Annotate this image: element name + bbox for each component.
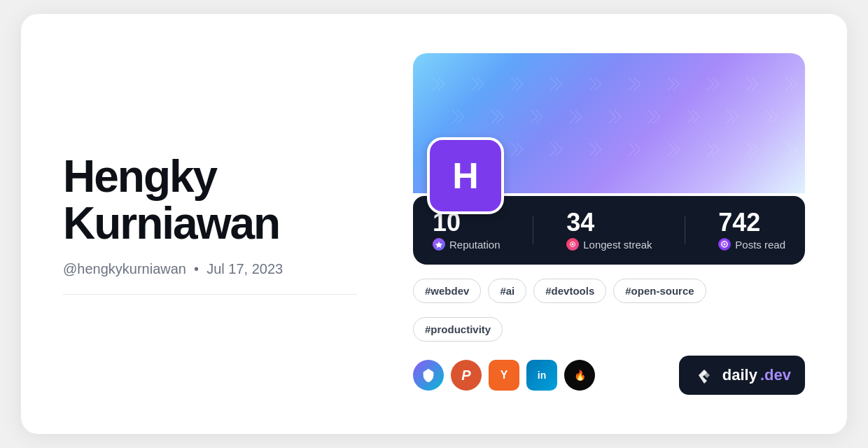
profile-card: Hengky Kurniawan @hengkykurniawan • Jul … xyxy=(21,14,847,434)
left-section: Hengky Kurniawan @hengkykurniawan • Jul … xyxy=(63,153,357,295)
reputation-label: Reputation xyxy=(433,238,500,251)
tags-row-2: #productivity xyxy=(413,317,805,342)
reputation-icon xyxy=(433,238,445,251)
stat-streak: 34 Longest streak xyxy=(566,210,652,251)
stat-divider-2 xyxy=(685,216,685,244)
stat-reputation: 10 Reputation xyxy=(433,210,500,251)
join-date: Jul 17, 2023 xyxy=(206,261,283,276)
streak-value: 34 xyxy=(566,210,652,235)
stat-posts: 742 Posts read xyxy=(718,210,785,251)
svg-point-4 xyxy=(724,244,726,246)
social-daily-icon[interactable] xyxy=(413,360,444,391)
bottom-row: P Y in 🔥 xyxy=(413,356,805,395)
tag-opensource[interactable]: #open-source xyxy=(613,279,706,303)
section-divider xyxy=(63,294,357,295)
profile-banner: H xyxy=(413,53,805,193)
stat-divider-1 xyxy=(533,216,533,244)
brand-logo-icon xyxy=(693,364,715,386)
brand-badge: daily.dev xyxy=(679,356,805,395)
tags-row: #webdev #ai #devtools #open-source xyxy=(413,279,805,303)
posts-label: Posts read xyxy=(718,238,785,251)
avatar: H xyxy=(427,137,504,214)
avatar-letter: H xyxy=(452,155,479,197)
posts-value: 742 xyxy=(718,210,785,235)
svg-point-2 xyxy=(572,244,574,246)
streak-icon xyxy=(566,238,579,251)
user-meta: @hengkykurniawan • Jul 17, 2023 xyxy=(63,261,357,277)
brand-daily: daily xyxy=(722,366,757,384)
tag-webdev[interactable]: #webdev xyxy=(413,279,481,303)
user-name: Hengky Kurniawan xyxy=(63,153,357,247)
brand-text: daily.dev xyxy=(722,366,791,384)
tag-ai[interactable]: #ai xyxy=(488,279,526,303)
profile-banner-card: H 10 Reputation xyxy=(413,53,805,265)
social-linkedin-icon[interactable]: in xyxy=(526,360,557,391)
posts-icon xyxy=(718,238,731,251)
social-ycombinator-icon[interactable]: Y xyxy=(489,360,519,391)
tag-devtools[interactable]: #devtools xyxy=(533,279,606,303)
user-handle: @hengkykurniawan xyxy=(63,261,186,276)
right-section: H 10 Reputation xyxy=(413,53,805,395)
social-icons: P Y in 🔥 xyxy=(413,360,595,391)
social-fcc-icon[interactable]: 🔥 xyxy=(564,360,595,391)
streak-label: Longest streak xyxy=(566,238,652,251)
brand-dev: .dev xyxy=(760,366,791,384)
tag-productivity[interactable]: #productivity xyxy=(413,317,503,342)
svg-marker-0 xyxy=(435,241,442,248)
social-producthunt-icon[interactable]: P xyxy=(451,360,482,391)
